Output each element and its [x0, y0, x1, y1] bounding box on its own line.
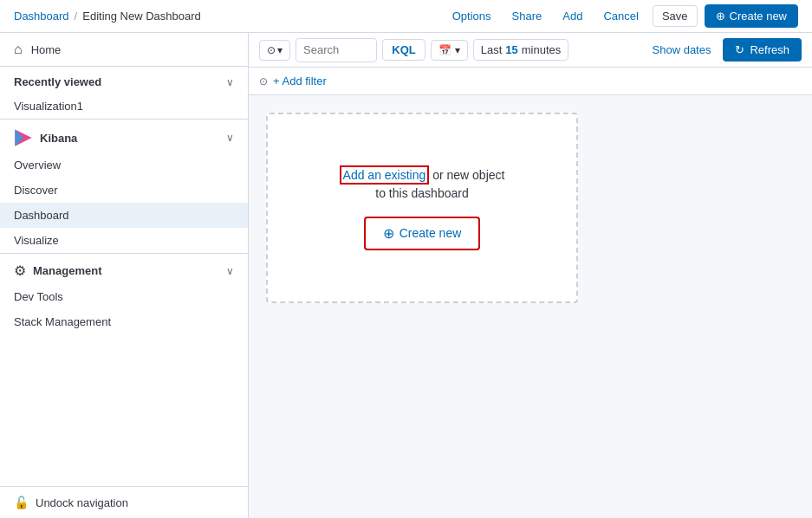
empty-dashboard-panel: Add an existing or new object to this da…: [266, 113, 578, 303]
plus-icon: ⊕: [383, 225, 394, 242]
calendar-button[interactable]: 📅 ▾: [431, 40, 468, 61]
calendar-icon: 📅: [438, 44, 451, 56]
time-pre: Last: [481, 43, 503, 56]
top-actions: Options Share Add Cancel Save ⊕ Create n…: [445, 4, 798, 28]
sidebar-item-visualize[interactable]: Visualize: [0, 228, 248, 253]
home-icon: ⌂: [14, 42, 23, 57]
create-new-panel-button[interactable]: ⊕ Create new: [364, 217, 481, 250]
calendar-dropdown-icon: ▾: [455, 44, 460, 56]
breadcrumb-current-page: Editing New Dashboard: [82, 10, 201, 23]
cancel-button[interactable]: Cancel: [596, 6, 645, 26]
undock-navigation[interactable]: 🔓 Undock navigation: [0, 486, 248, 518]
dashboard-canvas: Add an existing or new object to this da…: [249, 95, 812, 518]
show-dates-button[interactable]: Show dates: [646, 40, 718, 60]
sidebar-item-stack-management[interactable]: Stack Management: [0, 309, 248, 334]
plus-circle-icon: ⊕: [716, 10, 725, 23]
share-button[interactable]: Share: [505, 6, 549, 26]
breadcrumb: Dashboard / Editing New Dashboard: [14, 10, 201, 23]
sidebar-item-discover[interactable]: Discover: [0, 178, 248, 203]
sidebar-home-label: Home: [31, 43, 62, 56]
filter-context-icon: ⊙: [259, 75, 268, 87]
recently-viewed-chevron: ∨: [226, 76, 234, 88]
undock-nav-label: Undock navigation: [36, 496, 128, 509]
kibana-chevron: ∨: [226, 132, 234, 144]
refresh-button[interactable]: ↻ Refresh: [723, 38, 802, 62]
management-label: Management: [33, 264, 101, 277]
create-new-header-button[interactable]: ⊕ Create new: [705, 4, 798, 28]
add-existing-link[interactable]: Add an existing: [340, 165, 430, 185]
time-post: minutes: [522, 43, 562, 56]
sidebar-home[interactable]: ⌂ Home: [0, 33, 248, 67]
time-range-picker[interactable]: Last 15 minutes: [473, 39, 569, 61]
main-layout: ⌂ Home Recently viewed ∨ Visualization1 …: [0, 33, 812, 518]
management-chevron: ∨: [226, 265, 234, 277]
kibana-logo-area: Kibana: [14, 128, 77, 147]
add-filter-button[interactable]: + Add filter: [273, 74, 327, 87]
recently-viewed-label: Recently viewed: [14, 75, 101, 88]
or-new-object-text: or new object: [432, 168, 504, 182]
kibana-logo-icon: [14, 128, 33, 147]
kql-button[interactable]: KQL: [382, 39, 425, 61]
recently-viewed-section[interactable]: Recently viewed ∨: [0, 67, 248, 94]
breadcrumb-separator: /: [75, 10, 78, 23]
lock-icon: 🔓: [14, 495, 29, 509]
kibana-section[interactable]: Kibana ∨: [0, 119, 248, 152]
add-button[interactable]: Add: [555, 6, 589, 26]
sidebar-item-dashboard[interactable]: Dashboard: [0, 203, 248, 228]
filter-icon: ⊙: [267, 44, 276, 56]
kibana-label: Kibana: [40, 132, 77, 145]
options-button[interactable]: Options: [445, 6, 498, 26]
management-section[interactable]: ⚙ Management ∨: [0, 253, 248, 284]
sidebar: ⌂ Home Recently viewed ∨ Visualization1 …: [0, 33, 249, 518]
breadcrumb-dashboard-link[interactable]: Dashboard: [14, 10, 69, 23]
filter-row: ⊙ + Add filter: [249, 68, 812, 95]
save-button[interactable]: Save: [653, 5, 698, 27]
search-input-wrapper: [296, 38, 377, 62]
refresh-icon: ↻: [735, 43, 744, 56]
sidebar-item-overview[interactable]: Overview: [0, 152, 248, 178]
sidebar-item-visualization1[interactable]: Visualization1: [0, 94, 248, 119]
search-input[interactable]: [303, 43, 369, 56]
toolbar: ⊙ ▾ KQL 📅 ▾ Last 15 minutes Show dates ↻…: [249, 33, 812, 68]
sidebar-item-devtools[interactable]: Dev Tools: [0, 284, 248, 309]
filter-dropdown-icon: ▾: [277, 44, 283, 56]
top-header: Dashboard / Editing New Dashboard Option…: [0, 0, 812, 33]
management-label-area: ⚙ Management: [14, 262, 101, 279]
gear-icon: ⚙: [14, 262, 26, 279]
panel-message: Add an existing or new object to this da…: [340, 166, 505, 203]
filter-icon-button[interactable]: ⊙ ▾: [259, 40, 290, 61]
content-area: ⊙ ▾ KQL 📅 ▾ Last 15 minutes Show dates ↻…: [249, 33, 812, 518]
to-dashboard-text: to this dashboard: [375, 186, 468, 200]
time-number: 15: [505, 43, 517, 56]
